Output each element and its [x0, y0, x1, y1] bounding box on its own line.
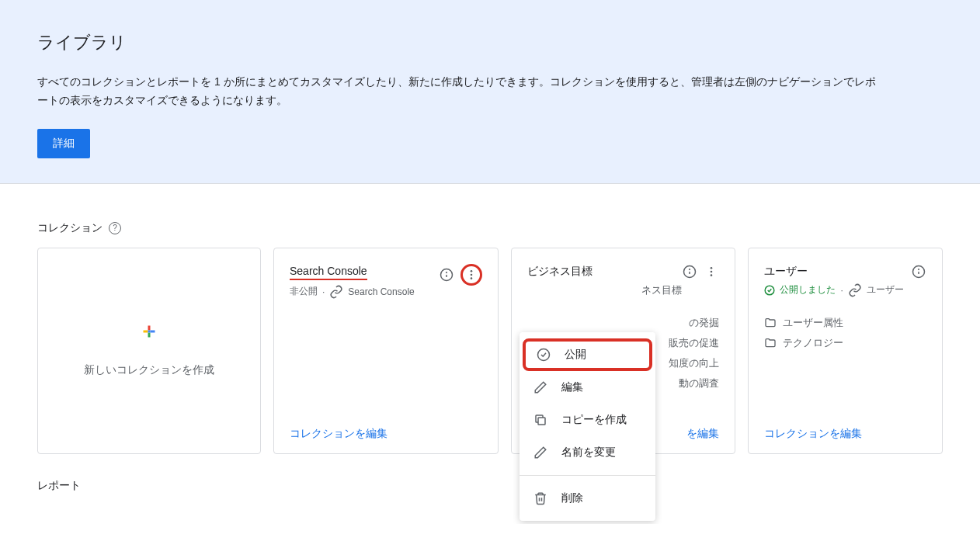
copy-icon [533, 413, 549, 427]
svg-point-5 [470, 273, 472, 276]
collection-card-user: ユーザー 公開しました · ユーザー [748, 248, 943, 454]
pencil-icon [533, 380, 549, 394]
folder-icon [764, 337, 777, 349]
list-item: 知度の向上 [669, 356, 719, 370]
menu-item-publish[interactable]: 公開 [523, 338, 652, 371]
folder-icon [764, 317, 777, 329]
card-title: ユーザー [764, 265, 808, 277]
collections-heading: コレクション [37, 221, 103, 235]
details-button[interactable]: 詳細 [37, 129, 90, 158]
more-menu-button[interactable] [460, 264, 482, 286]
svg-rect-18 [538, 418, 545, 425]
link-icon [848, 283, 862, 297]
status-text: 非公開 [290, 285, 318, 298]
list-item: 販売の促進 [669, 336, 719, 350]
collection-card-search-console: Search Console 非公開 · Search Console [273, 248, 499, 454]
create-collection-card[interactable]: 新しいコレクションを作成 [37, 248, 261, 454]
svg-point-6 [470, 277, 472, 279]
linked-text: ネス目標 [641, 283, 682, 297]
list-item: の発掘 [689, 316, 719, 330]
status-text: 公開しました [780, 283, 836, 297]
svg-point-4 [470, 270, 472, 272]
menu-item-rename[interactable]: 名前を変更 [520, 436, 655, 469]
page-description: すべてのコレクションとレポートを 1 か所にまとめてカスタマイズしたり、新たに作… [37, 73, 876, 110]
info-icon[interactable] [911, 264, 926, 279]
menu-item-copy[interactable]: コピーを作成 [520, 404, 655, 436]
svg-point-10 [711, 267, 713, 269]
svg-rect-0 [148, 330, 151, 332]
svg-point-9 [690, 269, 690, 269]
hero-banner: ライブラリ すべてのコレクションとレポートを 1 か所にまとめてカスタマイズした… [0, 0, 980, 184]
check-circle-icon [537, 348, 552, 362]
more-menu-button[interactable] [704, 264, 719, 279]
trash-icon [533, 491, 549, 505]
list-item: テクノロジー [783, 336, 843, 350]
svg-point-17 [538, 349, 550, 360]
svg-point-11 [711, 270, 713, 272]
card-title: ビジネス目標 [527, 265, 593, 277]
list-item: ユーザー属性 [783, 316, 843, 330]
edit-collection-link[interactable]: コレクションを編集 [764, 427, 862, 439]
svg-point-12 [711, 274, 713, 276]
context-menu: 公開 編集 コピーを作成 名前を変更 [520, 332, 655, 521]
card-title: Search Console [290, 265, 367, 280]
edit-collection-link[interactable]: コレクションを編集 [290, 427, 387, 439]
svg-point-3 [446, 272, 447, 272]
page-title: ライブラリ [37, 31, 943, 54]
svg-point-16 [919, 269, 919, 269]
list-item: 動の調査 [679, 376, 719, 390]
pencil-icon [533, 446, 549, 460]
info-icon[interactable] [682, 264, 697, 279]
help-icon[interactable]: ? [109, 222, 121, 234]
collections-section: コレクション ? 新しいコレクションを作成 Searc [0, 184, 980, 524]
menu-divider [520, 475, 655, 476]
link-icon [329, 285, 343, 299]
reports-heading: レポート [37, 479, 81, 493]
create-collection-label: 新しいコレクションを作成 [84, 363, 214, 377]
info-icon[interactable] [439, 267, 454, 283]
menu-item-edit[interactable]: 編集 [520, 371, 655, 404]
plus-icon [142, 324, 156, 338]
check-circle-icon [764, 285, 775, 296]
edit-collection-link[interactable]: を編集 [686, 427, 719, 439]
menu-item-delete[interactable]: 削除 [520, 482, 655, 515]
linked-text: Search Console [348, 286, 414, 297]
linked-text: ユーザー [867, 283, 904, 297]
